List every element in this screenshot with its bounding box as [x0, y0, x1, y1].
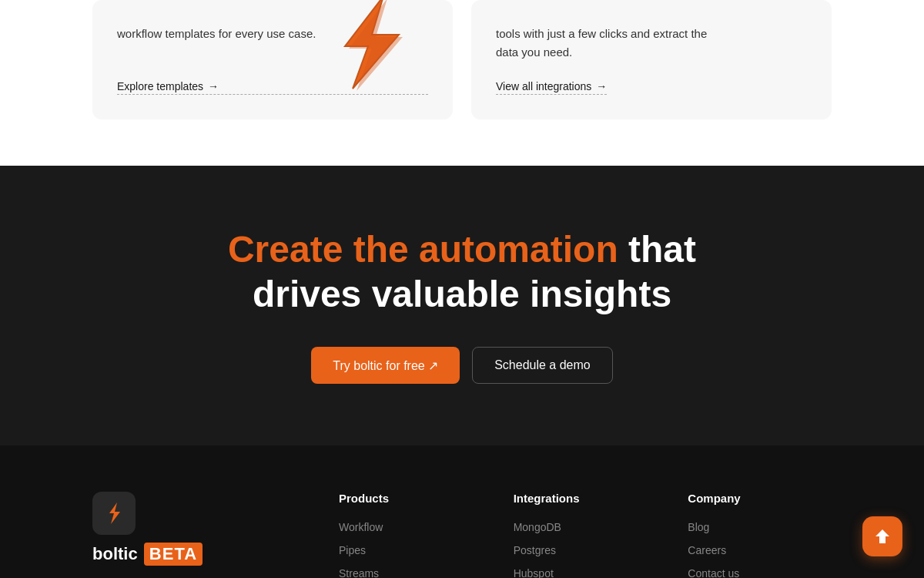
cta-heading-highlight: Create the automation: [228, 229, 618, 270]
svg-marker-2: [109, 502, 120, 524]
templates-card: workflow templates for every use case. E…: [92, 0, 453, 119]
integrations-list: MongoDB Postgres Hubspot Slack Freshsale…: [514, 520, 658, 578]
list-item: Careers: [688, 543, 832, 557]
schedule-demo-button[interactable]: Schedule a demo: [472, 347, 613, 384]
try-free-button[interactable]: Try boltic for free ↗: [311, 347, 460, 384]
svg-marker-3: [875, 529, 889, 543]
cta-heading: Create the automation thatdrives valuabl…: [92, 227, 832, 316]
floating-chat-button[interactable]: [862, 516, 902, 556]
list-item: Contact us: [688, 566, 832, 578]
mongodb-link[interactable]: MongoDB: [514, 521, 561, 533]
hubspot-link[interactable]: Hubspot: [514, 567, 554, 578]
streams-link[interactable]: Streams: [339, 567, 379, 578]
products-col-title: Products: [339, 492, 483, 505]
view-integrations-link[interactable]: View all integrations →: [496, 80, 607, 95]
brand-name-text: boltic: [92, 544, 138, 564]
list-item: Pipes: [339, 543, 483, 557]
footer-columns: Products Workflow Pipes Streams Serverle…: [339, 492, 832, 578]
list-item: Streams: [339, 566, 483, 578]
bolt-illustration: [299, 0, 437, 92]
footer: boltic BETA Boltic offers an all-in-one …: [0, 445, 924, 578]
top-cards-section: workflow templates for every use case. E…: [0, 0, 924, 166]
blog-link[interactable]: Blog: [688, 521, 709, 533]
list-item: MongoDB: [514, 520, 658, 534]
cta-buttons: Try boltic for free ↗ Schedule a demo: [92, 347, 832, 384]
beta-badge: BETA: [144, 543, 203, 566]
workflow-link[interactable]: Workflow: [339, 521, 383, 533]
integrations-card-text: tools with just a few clicks and extract…: [496, 25, 711, 62]
footer-logo-icon: [92, 492, 136, 535]
footer-logo-container: boltic BETA: [92, 492, 308, 566]
pipes-link[interactable]: Pipes: [339, 544, 366, 556]
integrations-col-title: Integrations: [514, 492, 658, 505]
footer-col-integrations: Integrations MongoDB Postgres Hubspot Sl…: [514, 492, 658, 578]
list-item: Hubspot: [514, 566, 658, 578]
integrations-card: tools with just a few clicks and extract…: [471, 0, 832, 119]
contact-us-link[interactable]: Contact us: [688, 567, 739, 578]
footer-brand-name: boltic BETA: [92, 543, 203, 566]
careers-link[interactable]: Careers: [688, 544, 726, 556]
company-list: Blog Careers Contact us Caution notice P…: [688, 520, 832, 578]
products-list: Workflow Pipes Streams Serverless Monito…: [339, 520, 483, 578]
company-col-title: Company: [688, 492, 832, 505]
chat-icon: [873, 527, 892, 546]
cta-section: Create the automation thatdrives valuabl…: [0, 166, 924, 445]
footer-col-products: Products Workflow Pipes Streams Serverle…: [339, 492, 483, 578]
postgres-link[interactable]: Postgres: [514, 544, 556, 556]
footer-brand: boltic BETA Boltic offers an all-in-one …: [92, 492, 308, 578]
list-item: Blog: [688, 520, 832, 534]
footer-col-company: Company Blog Careers Contact us Caution …: [688, 492, 832, 578]
list-item: Postgres: [514, 543, 658, 557]
boltic-logo-icon: [102, 501, 126, 526]
list-item: Workflow: [339, 520, 483, 534]
